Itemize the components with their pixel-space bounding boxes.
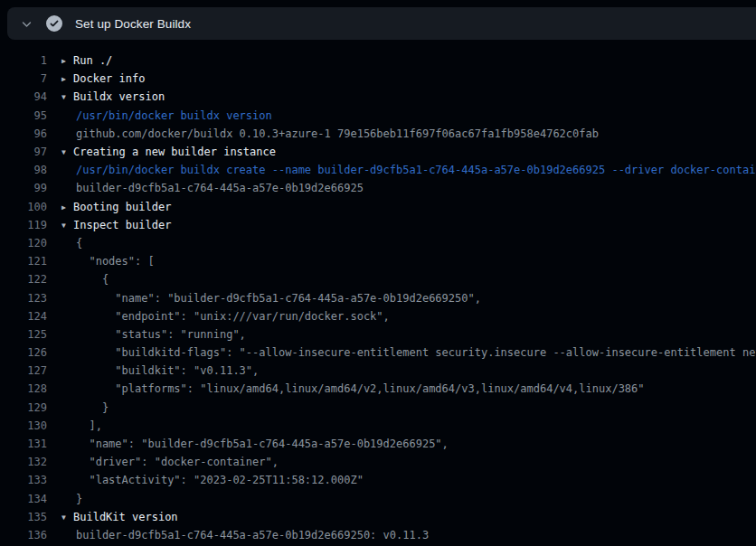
- group-title: BuildKit version: [73, 511, 178, 523]
- line-number[interactable]: 99: [0, 182, 47, 194]
- log-group-row[interactable]: 97▼Creating a new builder instance: [0, 143, 756, 161]
- log-line-row: 129 }: [0, 399, 756, 417]
- triangle-expanded-icon: ▼: [61, 513, 73, 522]
- line-number[interactable]: 95: [0, 109, 47, 122]
- line-number[interactable]: 132: [0, 456, 47, 468]
- line-number[interactable]: 100: [0, 201, 47, 213]
- line-number[interactable]: 127: [0, 364, 47, 377]
- line-number[interactable]: 119: [0, 219, 47, 231]
- log-line-row: 127 "buildkit": "v0.11.3",: [0, 362, 756, 380]
- line-number[interactable]: 120: [0, 237, 47, 249]
- output-text: }: [76, 493, 82, 505]
- line-number[interactable]: 130: [0, 419, 47, 432]
- log-line-row: 125 "status": "running",: [0, 325, 756, 344]
- output-text: "name": "builder-d9cfb5a1-c764-445a-a57e…: [76, 292, 481, 305]
- step-header[interactable]: Set up Docker Buildx: [7, 7, 756, 40]
- line-number[interactable]: 131: [0, 438, 47, 450]
- triangle-expanded-icon: ▼: [61, 148, 73, 156]
- check-circle-icon: [46, 15, 62, 32]
- output-text: "platforms": "linux/amd64,linux/amd64/v2…: [76, 382, 645, 395]
- line-number[interactable]: 7: [0, 72, 47, 85]
- output-text: builder-d9cfb5a1-c764-445a-a57e-0b19d2e6…: [76, 182, 364, 194]
- log-line-row: 131 "name": "builder-d9cfb5a1-c764-445a-…: [0, 435, 756, 453]
- log-line-row: 121 "nodes": [: [0, 252, 756, 270]
- group-title: Docker info: [73, 72, 145, 85]
- log-group-row[interactable]: 1▶Run ./: [0, 52, 756, 70]
- log-line-row: 124 "endpoint": "unix:///var/run/docker.…: [0, 307, 756, 325]
- log-group-row[interactable]: 7▶Docker info: [0, 70, 756, 88]
- log-line-row: 96github.com/docker/buildx 0.10.3+azure-…: [0, 125, 756, 143]
- output-text: github.com/docker/buildx 0.10.3+azure-1 …: [76, 127, 599, 140]
- output-text: "driver": "docker-container",: [76, 456, 279, 468]
- step-title: Set up Docker Buildx: [75, 17, 191, 31]
- log-group-row[interactable]: 119▼Inspect builder: [0, 216, 756, 234]
- log-line-row: 133 "lastActivity": "2023-02-25T11:58:12…: [0, 471, 756, 489]
- group-title: Run ./: [73, 54, 112, 67]
- output-text: }: [76, 401, 109, 414]
- group-title: Inspect builder: [73, 219, 171, 231]
- output-text: {: [76, 273, 109, 286]
- command-text: /usr/bin/docker buildx create --name bui…: [76, 164, 756, 176]
- chevron-down-icon[interactable]: [20, 17, 33, 31]
- output-text: "nodes": [: [76, 255, 155, 268]
- output-text: ],: [76, 419, 102, 432]
- line-number[interactable]: 122: [0, 273, 47, 286]
- line-number[interactable]: 124: [0, 310, 47, 323]
- line-number[interactable]: 94: [0, 90, 47, 103]
- line-number[interactable]: 98: [0, 164, 47, 176]
- log-group-row[interactable]: 94▼Buildx version: [0, 88, 756, 106]
- log-line-row: 126 "buildkitd-flags": "--allow-insecure…: [0, 344, 756, 362]
- line-number[interactable]: 125: [0, 328, 47, 341]
- output-text: "lastActivity": "2023-02-25T11:58:12.000…: [76, 474, 364, 486]
- log-group-row[interactable]: 100▶Booting builder: [0, 198, 756, 216]
- output-text: builder-d9cfb5a1-c764-445a-a57e-0b19d2e6…: [76, 529, 429, 541]
- output-text: "buildkitd-flags": "--allow-insecure-ent…: [76, 346, 756, 359]
- output-text: "endpoint": "unix:///var/run/docker.sock…: [76, 310, 390, 323]
- triangle-collapsed-icon: ▶: [61, 75, 73, 83]
- log-line-row: 136builder-d9cfb5a1-c764-445a-a57e-0b19d…: [0, 526, 756, 544]
- group-title: Buildx version: [73, 90, 165, 103]
- triangle-collapsed-icon: ▶: [61, 57, 73, 65]
- log-line-row: 132 "driver": "docker-container",: [0, 453, 756, 471]
- line-number[interactable]: 129: [0, 401, 47, 414]
- line-number[interactable]: 134: [0, 493, 47, 505]
- group-title: Creating a new builder instance: [73, 146, 276, 158]
- line-number[interactable]: 128: [0, 382, 47, 395]
- log-line-row: 128 "platforms": "linux/amd64,linux/amd6…: [0, 380, 756, 398]
- output-text: "buildkit": "v0.11.3",: [76, 364, 259, 377]
- line-number[interactable]: 121: [0, 255, 47, 268]
- log-line-row: 122 {: [0, 270, 756, 288]
- triangle-expanded-icon: ▼: [61, 93, 73, 101]
- log-line-row: 98/usr/bin/docker buildx create --name b…: [0, 161, 756, 179]
- log-line-row: 95/usr/bin/docker buildx version: [0, 107, 756, 125]
- log-line-row: 123 "name": "builder-d9cfb5a1-c764-445a-…: [0, 288, 756, 306]
- triangle-collapsed-icon: ▶: [61, 203, 73, 212]
- line-number[interactable]: 1: [0, 54, 47, 67]
- line-number[interactable]: 133: [0, 474, 47, 486]
- log-line-row: 130 ],: [0, 417, 756, 435]
- log-line-row: 120{: [0, 234, 756, 252]
- line-number[interactable]: 96: [0, 127, 47, 140]
- output-text: "status": "running",: [76, 328, 246, 341]
- log-line-row: 134}: [0, 490, 756, 508]
- output-text: {: [76, 237, 82, 249]
- line-number[interactable]: 135: [0, 511, 47, 523]
- line-number[interactable]: 126: [0, 346, 47, 359]
- log-lines: 1▶Run ./7▶Docker info94▼Buildx version95…: [0, 40, 756, 546]
- log-group-row[interactable]: 135▼BuildKit version: [0, 508, 756, 526]
- output-text: "name": "builder-d9cfb5a1-c764-445a-a57e…: [76, 438, 449, 450]
- line-number[interactable]: 123: [0, 292, 47, 305]
- line-number[interactable]: 97: [0, 146, 47, 158]
- line-number[interactable]: 136: [0, 529, 47, 541]
- triangle-expanded-icon: ▼: [61, 221, 73, 230]
- command-text: /usr/bin/docker buildx version: [76, 109, 272, 122]
- group-title: Booting builder: [73, 201, 171, 213]
- log-line-row: 99builder-d9cfb5a1-c764-445a-a57e-0b19d2…: [0, 179, 756, 197]
